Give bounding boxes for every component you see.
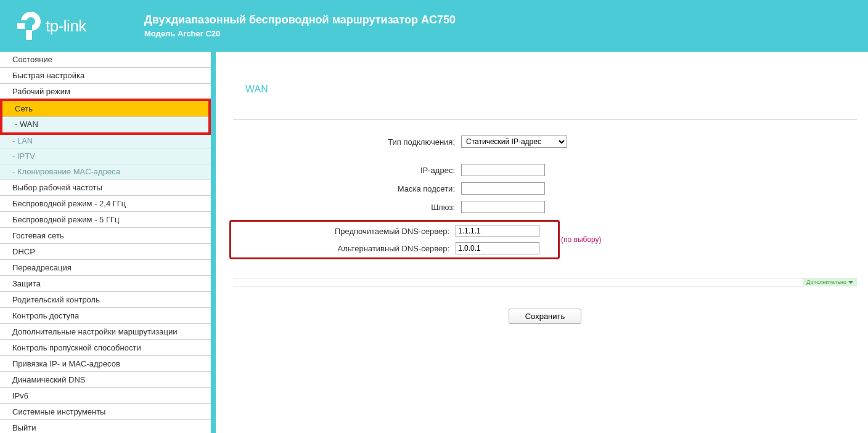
wan-form: Тип подключения: Статический IP-адрес IP… <box>233 135 857 261</box>
nav-security[interactable]: Защита <box>0 276 211 292</box>
svg-rect-1 <box>26 30 32 40</box>
advanced-divider: Дополнительно <box>233 278 857 286</box>
label-dns2: Альтернативный DNS-сервер: <box>227 244 456 253</box>
save-button[interactable]: Сохранить <box>509 309 582 324</box>
advanced-toggle[interactable]: Дополнительно <box>803 278 857 286</box>
nav-guest[interactable]: Гостевая сеть <box>0 228 211 244</box>
brand-logo: tp-link <box>17 12 141 40</box>
nav-operation-mode[interactable]: Рабочий режим <box>0 84 211 100</box>
nav-band-select[interactable]: Выбор рабочей частоты <box>0 180 211 196</box>
input-ip[interactable] <box>461 164 545 176</box>
nav-sub-lan[interactable]: - LAN <box>0 134 211 149</box>
input-mask[interactable] <box>461 182 545 195</box>
product-subtitle: Модель Archer C20 <box>144 29 456 38</box>
optional-note: (по выбору) <box>561 235 602 244</box>
nav-ddns[interactable]: Динамический DNS <box>0 372 211 388</box>
label-mask: Маска подсети: <box>233 184 461 193</box>
nav-wireless-5[interactable]: Беспроводной режим - 5 ГГц <box>0 212 211 228</box>
nav-ipv6[interactable]: IPv6 <box>0 388 211 404</box>
svg-rect-0 <box>17 23 25 29</box>
nav-system-tools[interactable]: Системные инструменты <box>0 404 211 420</box>
main-content: WAN Тип подключения: Статический IP-адре… <box>216 52 868 433</box>
nav-sub-wan[interactable]: - WAN <box>2 117 208 132</box>
dns-highlight-box: Предпочитаемый DNS-сервер: Альтернативны… <box>229 220 560 259</box>
nav-sub-mac-clone[interactable]: - Клонирование MAC-адреса <box>0 164 211 180</box>
nav-quick-setup[interactable]: Быстрая настройка <box>0 68 211 84</box>
nav-network[interactable]: Сеть <box>2 101 208 117</box>
tp-link-logo-icon <box>17 12 41 40</box>
label-dns1: Предпочитаемый DNS-сервер: <box>227 227 456 236</box>
header-titles: Двухдиапазонный беспроводной маршрутизат… <box>144 14 456 38</box>
nav-logout[interactable]: Выйти <box>0 420 211 433</box>
input-gateway[interactable] <box>461 201 545 213</box>
label-connection-type: Тип подключения: <box>233 137 461 147</box>
nav-routing[interactable]: Дополнительные настройки маршрутизации <box>0 324 211 340</box>
nav-ip-mac-binding[interactable]: Привязка IP- и MAC-адресов <box>0 356 211 372</box>
brand-text: tp-link <box>46 17 86 36</box>
input-dns1[interactable] <box>456 225 539 237</box>
label-ip: IP-адрес: <box>233 166 461 175</box>
nav-network-highlight: Сеть - WAN <box>0 99 211 135</box>
input-dns2[interactable] <box>456 242 539 254</box>
advanced-toggle-label: Дополнительно <box>806 279 846 285</box>
nav-sub-iptv[interactable]: - IPTV <box>0 149 211 164</box>
nav-dhcp[interactable]: DHCP <box>0 244 211 260</box>
nav-parental[interactable]: Родительский контроль <box>0 292 211 308</box>
label-gateway: Шлюз: <box>233 203 461 212</box>
select-connection-type[interactable]: Статический IP-адрес <box>461 136 567 148</box>
nav-access-control[interactable]: Контроль доступа <box>0 308 211 324</box>
nav-status[interactable]: Состояние <box>0 52 211 68</box>
page-title: WAN <box>245 84 857 95</box>
nav-bandwidth[interactable]: Контроль пропускной способности <box>0 340 211 356</box>
header: tp-link Двухдиапазонный беспроводной мар… <box>0 0 868 52</box>
sidebar: Состояние Быстрая настройка Рабочий режи… <box>0 52 216 433</box>
product-title: Двухдиапазонный беспроводной маршрутизат… <box>144 14 456 26</box>
divider-top <box>233 119 857 120</box>
nav-forwarding[interactable]: Переадресация <box>0 260 211 276</box>
nav-wireless-24[interactable]: Беспроводной режим - 2,4 ГГц <box>0 196 211 212</box>
chevron-down-icon <box>848 281 853 284</box>
